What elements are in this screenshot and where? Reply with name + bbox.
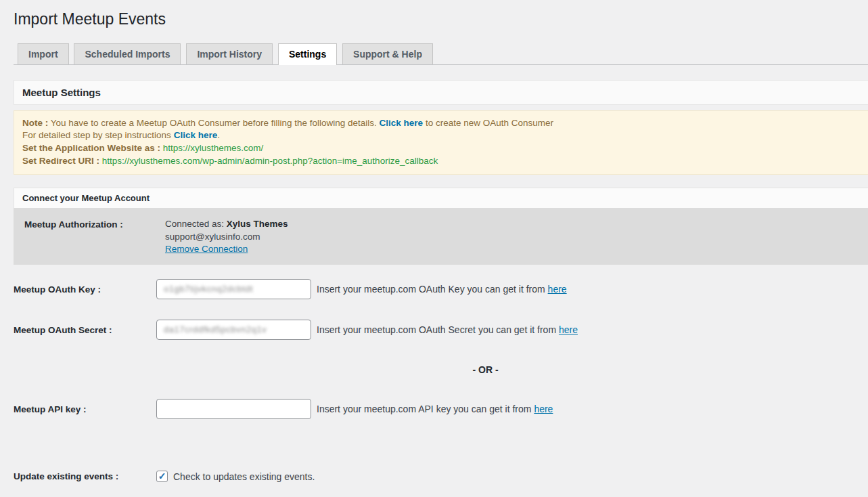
api-key-description: Insert your meetup.com API key you can g… xyxy=(317,404,553,414)
or-divider: - OR - xyxy=(14,364,868,375)
oauth-key-input[interactable]: o1gb7tijvkcnq2dcbtdt xyxy=(156,279,311,299)
tab-settings[interactable]: Settings xyxy=(278,43,337,65)
connected-account-name: Xylus Themes xyxy=(227,219,288,229)
application-website-url: https://xylusthemes.com/ xyxy=(163,143,264,153)
connected-email: support@xylusinfo.com xyxy=(165,231,288,244)
api-key-input[interactable] xyxy=(156,399,311,419)
connect-account-header: Connect your Meetup Account xyxy=(14,188,868,208)
oauth-secret-input[interactable]: da17crddfkd5pcbvn2q1v xyxy=(156,320,311,340)
oauth-key-label: Meetup OAuth Key : xyxy=(14,284,156,295)
oauth-note-box: Note : You have to create a Meetup OAuth… xyxy=(14,110,868,175)
meetup-settings-header: Meetup Settings xyxy=(14,80,868,105)
redirect-uri-url: https://xylusthemes.com/wp-admin/admin-p… xyxy=(102,156,438,166)
tab-import-history[interactable]: Import History xyxy=(186,43,273,64)
tab-import[interactable]: Import xyxy=(18,43,69,64)
oauth-key-row: Meetup OAuth Key : o1gb7tijvkcnq2dcbtdt … xyxy=(14,279,868,299)
connected-as-line: Connected as: Xylus Themes xyxy=(165,218,288,231)
update-events-label: Update existing events : xyxy=(14,471,156,481)
create-oauth-consumer-link[interactable]: Click here xyxy=(380,118,424,128)
api-key-row: Meetup API key : Insert your meetup.com … xyxy=(14,399,868,419)
oauth-key-here-link[interactable]: here xyxy=(548,284,567,295)
api-key-here-link[interactable]: here xyxy=(534,404,553,414)
update-events-checkbox[interactable]: ✓ xyxy=(156,471,168,482)
checkmark-icon: ✓ xyxy=(158,471,166,481)
oauth-secret-here-link[interactable]: here xyxy=(559,324,578,335)
update-events-row: Update existing events : ✓ Check to upda… xyxy=(14,471,868,482)
oauth-secret-masked-value: da17crddfkd5pcbvn2q1v xyxy=(164,320,267,339)
note-label: Note : xyxy=(22,118,48,128)
oauth-secret-label: Meetup OAuth Secret : xyxy=(14,325,156,335)
oauth-key-masked-value: o1gb7tijvkcnq2dcbtdt xyxy=(164,280,253,299)
meetup-authorization-row: Meetup Authorization : Connected as: Xyl… xyxy=(14,208,868,265)
api-key-label: Meetup API key : xyxy=(14,404,156,414)
note-line-instructions: For detailed step by step instructions C… xyxy=(22,129,868,142)
oauth-secret-description: Insert your meetup.com OAuth Secret you … xyxy=(317,324,578,335)
instructions-link[interactable]: Click here xyxy=(174,130,218,140)
tab-support-help[interactable]: Support & Help xyxy=(342,43,433,64)
remove-connection-link[interactable]: Remove Connection xyxy=(165,244,248,254)
page-title: Import Meetup Events xyxy=(14,0,868,30)
note-line-redirect: Set Redirect URI : https://xylusthemes.c… xyxy=(22,155,868,168)
note-line-consumer: Note : You have to create a Meetup OAuth… xyxy=(22,117,868,130)
authorization-label: Meetup Authorization : xyxy=(24,218,165,230)
oauth-secret-row: Meetup OAuth Secret : da17crddfkd5pcbvn2… xyxy=(14,320,868,340)
tab-bar: Import Scheduled Imports Import History … xyxy=(14,43,868,65)
tab-scheduled-imports[interactable]: Scheduled Imports xyxy=(74,43,181,64)
page-wrap: Import Meetup Events Import Scheduled Im… xyxy=(0,0,868,482)
update-events-description: Check to updates existing events. xyxy=(173,471,315,482)
oauth-key-description: Insert your meetup.com OAuth Key you can… xyxy=(317,284,567,295)
authorization-values: Connected as: Xylus Themes support@xylus… xyxy=(165,218,288,256)
note-line-website: Set the Application Website as : https:/… xyxy=(22,142,868,155)
